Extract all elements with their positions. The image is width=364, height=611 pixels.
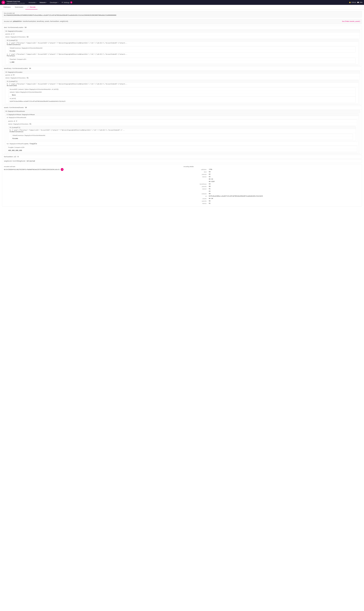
assets-v4-label: V4: StagingXcmV4AssetAssets bbox=[4, 110, 360, 113]
encoding-details-section: encoding details callIndex1f0bdest04pare… bbox=[183, 166, 360, 205]
wiki-link[interactable]: 📖 Wiki bbox=[357, 1, 363, 3]
settings-menu[interactable]: ⚙ Settings 1 bbox=[60, 1, 74, 4]
encoding-detail-row: beneficiary04 bbox=[184, 183, 360, 185]
dest-item1-enum: 1: {"_enum":{"Parachain":"Compact<u32>",… bbox=[7, 54, 357, 55]
dest-parents-label: parents: u8 bbox=[5, 33, 12, 35]
enc-value: 09 03 bbox=[208, 178, 360, 180]
encoding-detail-row: callIndex1f0b bbox=[184, 168, 360, 170]
settings-gear-icon: ⚙ bbox=[62, 1, 63, 3]
encoding-details-label: encoding details bbox=[183, 166, 360, 167]
dest-gc-label: GlobalConsensus: StagingXcmV4JunctionNet… bbox=[10, 47, 42, 49]
assets-fun-value: Fungible bbox=[30, 143, 37, 145]
enc-label: parents bbox=[184, 173, 208, 175]
assets-fungible-value: 400,000,000,000 bbox=[8, 150, 22, 151]
decoded-call-label: decoded call bbox=[4, 21, 12, 22]
encoding-detail-row: dest04 bbox=[184, 171, 360, 173]
benef-network-value: None bbox=[12, 94, 16, 96]
enc-value: 02 bbox=[208, 176, 360, 178]
logo-avatar: A bbox=[1, 1, 5, 4]
enc-label: network bbox=[184, 193, 208, 195]
dest-item0-enum: 0: {"_enum":{"Parachain":"Compact<u32>",… bbox=[7, 42, 357, 44]
dest-gc-value: Kusama bbox=[10, 50, 15, 52]
copy-hash-button[interactable]: ⧉ bbox=[61, 168, 64, 171]
hex-call-value: 0x1f0b040202090300a10f04000101008479c8ea… bbox=[4, 14, 360, 16]
enc-label: interior bbox=[184, 202, 208, 205]
assets-fun-label: fun: StagingXcmV4AssetFungibility bbox=[7, 143, 28, 144]
main-content: hex-encoded call 0x1f0b040202090300a10f0… bbox=[0, 9, 364, 208]
dest-param-block: dest: XcmVersionedLocation V4 V4: Stagin… bbox=[2, 26, 362, 66]
dest-item0-val: GlobalConsensus bbox=[7, 44, 357, 45]
enc-label: parents bbox=[184, 200, 208, 202]
brand-block: #6,304,029 bbox=[18, 2, 25, 4]
github-icon: ⭐ bbox=[349, 1, 351, 3]
benef-id-value: 0x8479c8ea5480acca5a847133cd97a87801b6e6… bbox=[10, 100, 65, 102]
enc-label: interior bbox=[184, 188, 208, 190]
dest-item1-val: Parachain bbox=[7, 55, 357, 57]
hex-call-box: hex-encoded call 0x1f0b040202090300a10f0… bbox=[2, 11, 362, 17]
benef-network-label: network: Option<StagingXcmV4JunctionNetw… bbox=[10, 91, 42, 93]
benef-accountid32-label: AccountId32: {network: Option<StagingXcm… bbox=[10, 88, 58, 90]
beneficiary-version: V4 bbox=[29, 68, 31, 69]
tab-submission[interactable]: Submission bbox=[13, 5, 25, 9]
dest-label: dest: XcmVersionedLocation bbox=[4, 27, 23, 28]
enc-value: 02 bbox=[208, 173, 360, 175]
assets-fungible-label: Fungible: Compact<u128> bbox=[8, 147, 25, 148]
tab-extrinsics[interactable]: Extrinsics bbox=[1, 5, 13, 9]
accounts-menu[interactable]: Accounts ▾ bbox=[27, 1, 38, 4]
tabbar: Extrinsics Submission ✓ Decode bbox=[0, 5, 364, 9]
enc-value: 8479c8ea5480acca5a847133cd97a87801b6e698… bbox=[208, 195, 360, 197]
dest-parents-value: 2 bbox=[13, 33, 14, 35]
brand-name: Polkadot Asset Hub bbox=[7, 1, 25, 3]
benef-v4-label: V4: StagingXcmV4Location bbox=[4, 71, 360, 74]
encoding-detail-row: interior02 bbox=[184, 176, 360, 178]
dest-interior-value: X2 bbox=[27, 36, 28, 38]
enc-label: beneficiary bbox=[184, 183, 208, 185]
enc-value: 01 bbox=[208, 188, 360, 190]
encoding-detail-row: id8479c8ea5480acca5a847133cd97a87801b6e6… bbox=[184, 195, 360, 197]
enc-value: 00 010f bbox=[208, 181, 360, 183]
assets-interior-value: X1 bbox=[29, 123, 31, 125]
brand-stmt: statement/1002000 bbox=[7, 2, 18, 4]
assets-interior-label: interior: StagingXcmV4Junctions bbox=[8, 123, 28, 125]
enc-value: 00 bbox=[208, 193, 360, 195]
encoding-detail-row: assets04 04 bbox=[184, 197, 360, 200]
benef-id-label: id: [u8;32] bbox=[10, 98, 16, 99]
dest-v4-label: V4: StagingXcmV4Location bbox=[4, 30, 360, 33]
encoded-hash-value: 0x7af250264fd1c9b2761550f2cf8a9b876b3eb1… bbox=[4, 169, 60, 170]
encoded-hash-label: encoded call hash bbox=[4, 166, 181, 167]
assets-id-label: id: StagingXcmV4AssetAssetId bbox=[7, 117, 26, 118]
enc-label bbox=[184, 190, 208, 192]
enc-label: dest bbox=[184, 171, 208, 173]
benef-interior-value: X1 bbox=[27, 77, 28, 79]
encoding-detail-row: interior01 bbox=[184, 202, 360, 205]
encoded-hash-section: encoded call hash 0x7af250264fd1c9b27615… bbox=[4, 166, 181, 205]
enc-label bbox=[184, 181, 208, 183]
developer-chevron-icon: ▾ bbox=[58, 2, 59, 3]
benef-x1-label: X1: [Lookup57;1] bbox=[5, 80, 359, 83]
assets-x1-label: X1: [Lookup57;1] bbox=[8, 126, 356, 129]
tab-check-icon: ✓ bbox=[27, 6, 29, 8]
decoded-link[interactable]: See ['Pallet::transfer_assets'] bbox=[342, 21, 360, 22]
benef-item0-val: AccountId32 bbox=[7, 85, 357, 86]
benef-parents-value: 0 bbox=[13, 74, 14, 76]
topnav-right: ⭐ GitHub 📖 Wiki bbox=[349, 1, 363, 3]
network-menu[interactable]: Network ▾ bbox=[38, 1, 48, 4]
github-link[interactable]: ⭐ GitHub bbox=[349, 1, 356, 3]
enc-label: interior bbox=[184, 176, 208, 178]
encoding-detail-row: 00 010f bbox=[184, 181, 360, 183]
dest-parachain-value: 1,000 bbox=[10, 61, 14, 63]
assets-item0-val: GlobalConsensus bbox=[10, 131, 354, 133]
enc-value: 02 bbox=[208, 200, 360, 202]
accounts-chevron-icon: ▾ bbox=[36, 2, 37, 3]
dest-interior-label: interior: StagingXcmV4Junctions bbox=[5, 36, 26, 38]
developer-menu[interactable]: Developer ▾ bbox=[49, 1, 60, 4]
encoding-detail-row: parents00 bbox=[184, 185, 360, 187]
enc-label: callIndex bbox=[184, 168, 208, 170]
enc-value: 04 bbox=[208, 183, 360, 185]
dest-version: V4 bbox=[25, 27, 26, 28]
fee-param-block: feeAssetItem: u32 0 bbox=[2, 155, 362, 158]
benef-parents-label: parents: u8 bbox=[5, 74, 12, 76]
enc-value: 04 bbox=[208, 171, 360, 173]
enc-value: 04 04 bbox=[208, 197, 360, 200]
tab-decode[interactable]: ✓ Decode bbox=[25, 5, 38, 9]
